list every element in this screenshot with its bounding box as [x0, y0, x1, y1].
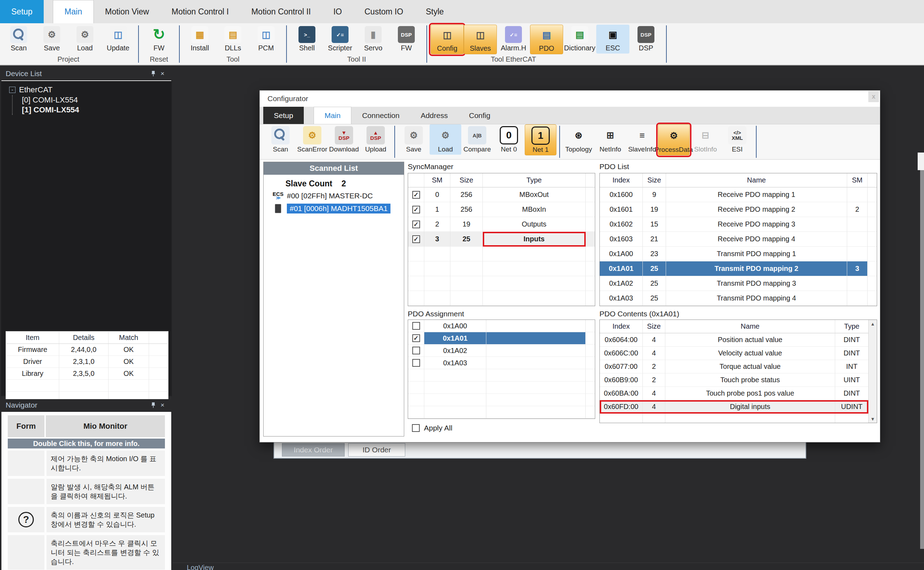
row-checkbox[interactable]	[412, 235, 420, 243]
row-checkbox[interactable]	[412, 334, 420, 342]
dialog-toolbar-button[interactable]: </> XMLESI	[722, 124, 753, 155]
toolbar-button[interactable]: ◫PCM	[250, 25, 283, 54]
ribbon-tab[interactable]: Custom IO	[353, 0, 414, 23]
toolbar-button[interactable]: ▤Dictionary	[563, 25, 596, 54]
toolbar-button[interactable]: ⚙Load	[68, 25, 101, 54]
row-checkbox[interactable]	[412, 191, 420, 199]
tree-node-device[interactable]: [0] COMI-LX554	[22, 95, 171, 105]
pdo-list-row[interactable]: 0x1A02 25 Transmit PDO mapping 3	[600, 276, 877, 291]
dialog-toolbar-button[interactable]: ⊟SlotInfo	[690, 124, 722, 155]
pdo-list-row[interactable]: 0x1601 19 Receive PDO mapping 2 2	[600, 202, 877, 217]
dialog-tab[interactable]: Connection	[351, 107, 410, 124]
toolbar-button[interactable]: ◫Config	[431, 25, 464, 54]
ribbon-tab[interactable]: Motion Control II	[240, 0, 322, 23]
toolbar-button[interactable]: ✓≡Scripter	[323, 25, 357, 54]
tree-collapse-icon[interactable]: -	[9, 87, 15, 93]
toolbar-button[interactable]: DSPFW	[390, 25, 423, 54]
ribbon-tab[interactable]: Style	[414, 0, 455, 23]
dialog-toolbar-button[interactable]: ⊛Topology	[563, 124, 595, 155]
pdo-contents-row[interactable]: 0x6064:00 4 Position actual value DINT	[600, 333, 868, 347]
navigator-tab-mio-monitor[interactable]: Mio Monitor	[46, 415, 165, 437]
pin-icon[interactable]	[149, 401, 158, 409]
dialog-toolbar-button[interactable]: A|BCompare	[461, 124, 493, 155]
dialog-tab[interactable]: Main	[314, 107, 352, 124]
dialog-toolbar-button[interactable]: ▲ DSPUpload	[360, 124, 392, 155]
pdo-contents-row[interactable]	[600, 414, 868, 423]
pdo-contents-row[interactable]: 0x60BA:00 4 Touch probe pos1 pos value D…	[600, 387, 868, 400]
tree-node-device[interactable]: [1] COMI-LX554	[22, 105, 171, 115]
pdo-assignment-row[interactable]	[408, 394, 595, 406]
ribbon-tab[interactable]: Main	[53, 0, 94, 23]
pdo-assignment-row[interactable]	[408, 382, 595, 394]
dialog-toolbar-button[interactable]: ⚙Load	[430, 124, 461, 155]
syncmanager-row[interactable]: 1 256 MBoxIn	[408, 202, 595, 217]
pdo-list-row[interactable]: 0x1602 15 Receive PDO mapping 3	[600, 217, 877, 232]
scroll-up-icon[interactable]: ▲	[870, 320, 875, 328]
toolbar-button[interactable]: ▣ESC	[596, 25, 630, 54]
dialog-toolbar-button[interactable]: ▼ DSPDownload	[328, 124, 360, 155]
screen-edge-scrollbar[interactable]	[920, 170, 924, 549]
syncmanager-row[interactable]	[408, 261, 595, 276]
row-checkbox[interactable]	[412, 347, 420, 354]
ribbon-tab[interactable]: Motion View	[94, 0, 160, 23]
syncmanager-row[interactable]	[408, 291, 595, 306]
toolbar-button[interactable]: ◫Update	[101, 25, 135, 54]
dialog-toolbar-button[interactable]: ⚙ScanError	[296, 124, 328, 155]
scanned-list-item[interactable]: #01 [0006h] MADHT1505BA1	[271, 203, 404, 214]
pdo-contents-row[interactable]: 0x60B9:00 2 Touch probe status UINT	[600, 374, 868, 387]
tree-node-ethercat[interactable]: - EtherCAT	[9, 84, 171, 95]
row-checkbox[interactable]	[412, 221, 420, 228]
syncmanager-row[interactable]: 2 19 Outputs	[408, 217, 595, 232]
syncmanager-row[interactable]	[408, 247, 595, 261]
toolbar-button[interactable]: ▤PDO	[530, 25, 563, 54]
pin-icon[interactable]	[149, 70, 158, 78]
toolbar-button[interactable]: Scan	[2, 25, 35, 54]
pdo-assignment-row[interactable]: 0x1A03	[408, 357, 595, 369]
ribbon-tab[interactable]: Motion Control I	[160, 0, 240, 23]
row-checkbox[interactable]	[412, 206, 420, 213]
pdo-assignment-row[interactable]: 0x1A01	[408, 332, 595, 345]
syncmanager-row[interactable]: 3 25 Inputs	[408, 232, 595, 247]
toolbar-button[interactable]: ✓≡Alarm.H	[497, 25, 530, 54]
dialog-tab[interactable]: Config	[458, 107, 501, 124]
dialog-toolbar-button[interactable]: 1Net 1	[525, 124, 556, 155]
dialog-titlebar[interactable]: Configurator	[260, 90, 880, 107]
close-icon[interactable]: ×	[158, 70, 167, 78]
ribbon-tab[interactable]: Setup	[0, 0, 44, 23]
id-order-button[interactable]: ID Order	[348, 443, 405, 457]
toolbar-button[interactable]: ⚙Save	[35, 25, 68, 54]
toolbar-button[interactable]: ↻FW	[143, 25, 176, 54]
logview-titlebar[interactable]: LogView	[173, 562, 924, 570]
toolbar-button[interactable]: >_Shell	[290, 25, 323, 54]
syncmanager-row[interactable]: 0 256 MBoxOut	[408, 187, 595, 202]
navigator-tab-form[interactable]: Form	[8, 415, 44, 437]
pdo-list-row[interactable]: 0x1603 21 Receive PDO mapping 4	[600, 232, 877, 247]
toolbar-button[interactable]: ▤DLLs	[216, 25, 250, 54]
dialog-tab[interactable]: Setup	[263, 107, 304, 124]
syncmanager-row[interactable]	[408, 276, 595, 291]
dialog-toolbar-button[interactable]: ≡SlaveInfo	[626, 124, 658, 155]
scrollbar[interactable]: ▲ ▼	[868, 320, 877, 423]
pdo-list-row[interactable]: 0x1A00 23 Transmit PDO mapping 1	[600, 247, 877, 261]
dialog-toolbar-button[interactable]: ⊞NetInfo	[595, 124, 626, 155]
pdo-contents-row[interactable]: 0x6077:00 2 Torque actual value INT	[600, 360, 868, 374]
scroll-down-icon[interactable]: ▼	[870, 415, 875, 423]
pdo-assignment-row[interactable]: 0x1A02	[408, 345, 595, 357]
pdo-contents-row[interactable]: 0x60FD:00 4 Digital inputs UDINT	[600, 400, 868, 414]
dialog-toolbar-button[interactable]: Scan	[265, 124, 296, 155]
toolbar-button[interactable]: ▦Install	[183, 25, 216, 54]
toolbar-button[interactable]: ◫Slaves	[464, 25, 497, 54]
close-icon[interactable]: ×	[158, 401, 167, 409]
toolbar-button[interactable]: DSPDSP	[630, 25, 662, 54]
dialog-toolbar-button[interactable]: ⚙Save	[398, 124, 430, 155]
apply-all-checkbox[interactable]	[412, 424, 420, 432]
scanned-list-item[interactable]: ECS≫ #00 [02FFh] MASTER-DC	[271, 191, 404, 201]
info-banner[interactable]: Double Click this, for more info.	[8, 438, 165, 449]
pdo-list-row[interactable]: 0x1600 9 Receive PDO mapping 1	[600, 187, 877, 202]
pdo-list-row[interactable]: 0x1A03 25 Transmit PDO mapping 4	[600, 291, 877, 306]
dialog-toolbar-button[interactable]: 0Net 0	[493, 124, 525, 155]
row-checkbox[interactable]	[412, 322, 420, 330]
toolbar-button[interactable]: ▮Servo	[357, 25, 390, 54]
pdo-list-row[interactable]: 0x1A01 25 Transmit PDO mapping 2 3	[600, 261, 877, 276]
pdo-contents-row[interactable]: 0x606C:00 4 Velocity actual value DINT	[600, 347, 868, 360]
